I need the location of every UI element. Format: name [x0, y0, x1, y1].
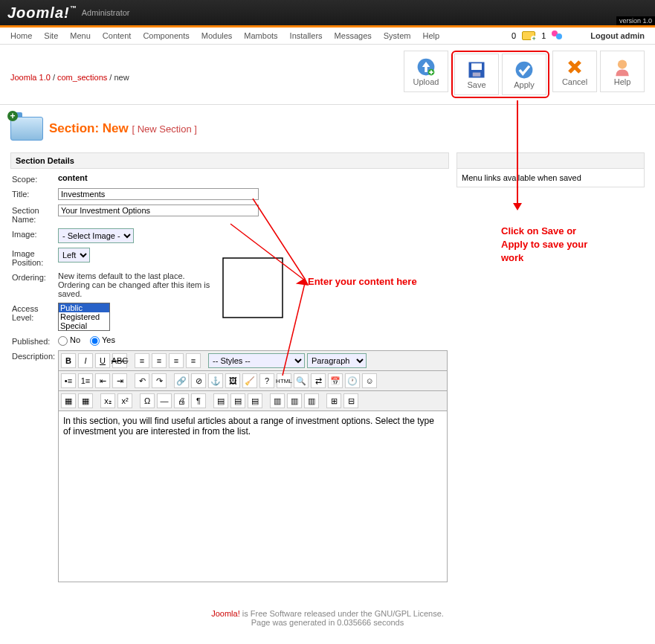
- annotation-save-apply: Click on Save or Apply to save your work: [501, 225, 605, 265]
- image-position-label: Image Position:: [12, 248, 58, 267]
- cleanup-button[interactable]: 🧹: [242, 373, 257, 388]
- emoji-button[interactable]: ☺: [362, 373, 377, 388]
- print-button[interactable]: 🖨: [174, 393, 189, 408]
- menu-modules[interactable]: Modules: [201, 31, 233, 40]
- link-button[interactable]: 🔗: [174, 373, 189, 388]
- apply-button[interactable]: Apply: [502, 54, 546, 95]
- bc-component[interactable]: com_sections: [57, 73, 107, 82]
- tbl-del-col-button[interactable]: ▥: [304, 393, 319, 408]
- styles-select[interactable]: -- Styles --: [208, 353, 305, 368]
- menu-right: 0 1 Logout admin: [512, 30, 645, 41]
- tbl-row-before-button[interactable]: ▤: [213, 393, 228, 408]
- cancel-button[interactable]: Cancel: [552, 51, 597, 92]
- users-icon[interactable]: [552, 30, 564, 41]
- footer-text: is Free Software released under the GNU/…: [240, 609, 444, 618]
- menu-menu[interactable]: Menu: [70, 31, 91, 40]
- upload-icon: [416, 57, 436, 77]
- align-center-button[interactable]: ≡: [152, 353, 167, 368]
- mail-count: 0: [512, 31, 516, 40]
- help-editor-button[interactable]: ?: [259, 373, 274, 388]
- access-level-label: Access Level:: [12, 303, 58, 331]
- underline-button[interactable]: U: [95, 353, 110, 368]
- anchor-button[interactable]: ⚓: [208, 373, 223, 388]
- menu-messages[interactable]: Messages: [335, 31, 372, 40]
- sub-button[interactable]: x₂: [100, 393, 115, 408]
- outdent-button[interactable]: ⇤: [95, 373, 110, 388]
- save-button[interactable]: Save: [454, 54, 499, 95]
- merge-button[interactable]: ⊞: [326, 393, 341, 408]
- align-justify-button[interactable]: ≡: [186, 353, 201, 368]
- tbl-col-after-button[interactable]: ▥: [287, 393, 302, 408]
- access-special[interactable]: Special: [59, 321, 109, 330]
- section-name-label: Section Name:: [12, 205, 58, 224]
- help-icon: [612, 57, 633, 77]
- menu-system[interactable]: System: [384, 31, 411, 40]
- html-button[interactable]: HTML: [277, 373, 291, 388]
- number-list-button[interactable]: 1≡: [78, 373, 93, 388]
- section-name-input[interactable]: [58, 205, 259, 216]
- menu-mambots[interactable]: Mambots: [244, 31, 277, 40]
- time-button[interactable]: 🕐: [345, 373, 360, 388]
- mail-icon[interactable]: [522, 31, 535, 40]
- published-label: Published:: [12, 335, 58, 346]
- svg-marker-13: [513, 203, 522, 210]
- indent-button[interactable]: ⇥: [112, 373, 127, 388]
- save-icon: [466, 59, 487, 80]
- bullet-list-button[interactable]: •≡: [61, 373, 76, 388]
- table-button[interactable]: ▦: [61, 393, 76, 408]
- logout-link[interactable]: Logout admin: [590, 31, 645, 40]
- editor-toolbar-3: ▦ ▦ x₂ x² Ω — 🖨 ¶ ▤ ▤ ▤: [58, 391, 448, 411]
- sup-button[interactable]: x²: [117, 393, 132, 408]
- visual-button[interactable]: ¶: [191, 393, 206, 408]
- cancel-icon: [564, 57, 585, 77]
- find-button[interactable]: 🔍: [294, 373, 309, 388]
- page-title-row: + Section: New [ New Section ]: [0, 105, 655, 152]
- published-yes[interactable]: Yes: [90, 335, 115, 344]
- access-level-list[interactable]: Public Registered Special: [58, 303, 110, 331]
- title-input[interactable]: [58, 188, 259, 200]
- strike-button[interactable]: ABC: [112, 353, 127, 368]
- tbl-col-before-button[interactable]: ▥: [270, 393, 285, 408]
- tbl-row-after-button[interactable]: ▤: [230, 393, 245, 408]
- title-label: Title:: [12, 188, 58, 200]
- align-right-button[interactable]: ≡: [169, 353, 184, 368]
- redo-button[interactable]: ↷: [152, 373, 167, 388]
- menu-content[interactable]: Content: [103, 31, 132, 40]
- image-button[interactable]: 🖼: [225, 373, 240, 388]
- split-button[interactable]: ⊟: [343, 393, 358, 408]
- menu-installers[interactable]: Installers: [290, 31, 323, 40]
- access-public[interactable]: Public: [59, 303, 109, 312]
- menu-site[interactable]: Site: [44, 31, 58, 40]
- editor-toolbar-2: •≡ 1≡ ⇤ ⇥ ↶ ↷ 🔗 ⊘ ⚓ 🖼 🧹 ? H: [58, 371, 448, 391]
- menu-home[interactable]: Home: [10, 31, 32, 40]
- bc-root[interactable]: Joomla 1.0: [10, 73, 51, 82]
- description-editor[interactable]: [58, 411, 448, 582]
- undo-button[interactable]: ↶: [135, 373, 149, 388]
- char-button[interactable]: Ω: [140, 393, 155, 408]
- tbl-del-row-button[interactable]: ▤: [248, 393, 262, 408]
- scope-label: Scope:: [12, 173, 58, 184]
- footer-joomla[interactable]: Joomla!: [211, 609, 240, 618]
- menu-bar: Home Site Menu Content Components Module…: [0, 28, 655, 45]
- unlink-button[interactable]: ⊘: [191, 373, 206, 388]
- version-tag: version 1.0: [616, 16, 655, 25]
- replace-button[interactable]: ⇄: [311, 373, 326, 388]
- access-registered[interactable]: Registered: [59, 312, 109, 321]
- italic-button[interactable]: I: [78, 353, 93, 368]
- format-select[interactable]: Paragraph: [307, 353, 367, 368]
- footer-generated: Page was generated in 0.035666 seconds: [251, 618, 404, 627]
- hr-button[interactable]: —: [157, 393, 172, 408]
- align-left-button[interactable]: ≡: [135, 353, 149, 368]
- help-button[interactable]: Help: [600, 51, 645, 92]
- menu-help[interactable]: Help: [422, 31, 439, 40]
- annotation-arrow-down: [510, 100, 525, 212]
- published-no[interactable]: No: [58, 335, 80, 344]
- image-position-select[interactable]: Left: [58, 248, 90, 263]
- image-select[interactable]: - Select Image -: [58, 228, 134, 243]
- description-label: Description:: [12, 350, 58, 361]
- table2-button[interactable]: ▦: [78, 393, 93, 408]
- upload-button[interactable]: Upload: [404, 51, 448, 92]
- menu-components[interactable]: Components: [143, 31, 189, 40]
- bold-button[interactable]: B: [61, 353, 76, 368]
- date-button[interactable]: 📅: [328, 373, 343, 388]
